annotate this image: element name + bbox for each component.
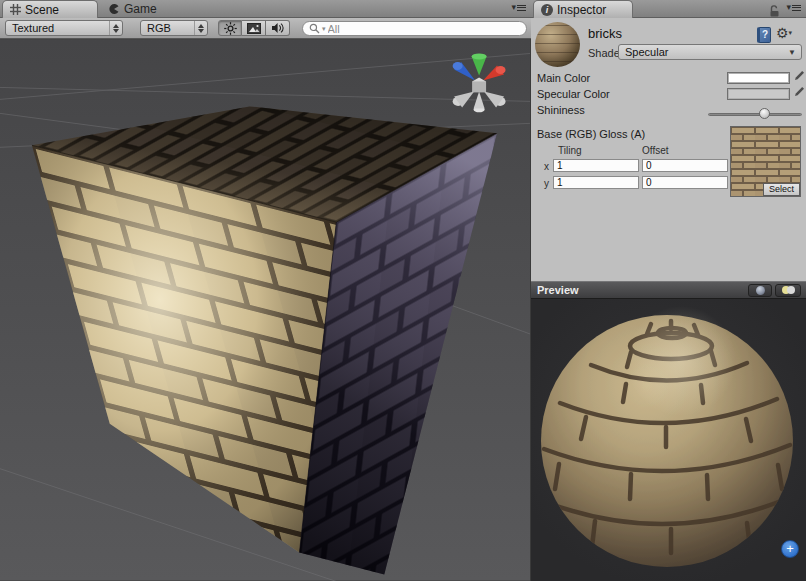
info-icon: i bbox=[541, 4, 553, 16]
preview-model-button[interactable] bbox=[748, 284, 772, 297]
tiling-row-x-label: x bbox=[544, 161, 549, 172]
offset-label: Offset bbox=[642, 145, 669, 156]
scene-panel-menu-icon[interactable]: ▾ bbox=[511, 3, 526, 12]
lighting-toggle-button[interactable] bbox=[218, 20, 242, 36]
shader-dropdown[interactable]: Specular ▼ bbox=[618, 44, 802, 60]
scene-grid-icon bbox=[10, 4, 21, 15]
material-preview-ball bbox=[535, 22, 580, 67]
material-preview-area[interactable]: + bbox=[531, 299, 806, 581]
preview-lighting-button[interactable] bbox=[775, 284, 801, 297]
inspector-panel-menu-icon[interactable]: ▾ bbox=[786, 3, 801, 12]
select-texture-button[interactable]: Select bbox=[763, 183, 800, 196]
main-color-label: Main Color bbox=[537, 72, 590, 84]
shader-value: Specular bbox=[619, 46, 788, 58]
light-dot-icon bbox=[787, 286, 795, 294]
tiling-x-input[interactable] bbox=[553, 159, 639, 172]
search-input[interactable] bbox=[328, 23, 520, 35]
tiling-row-y-label: y bbox=[544, 178, 549, 189]
eyedropper-icon[interactable] bbox=[793, 70, 804, 84]
inspector-tabbar: i Inspector ▾ bbox=[531, 0, 806, 18]
unity-editor-window: Scene Game ▾ Textured RGB bbox=[0, 0, 806, 581]
shininess-label: Shininess bbox=[537, 104, 585, 116]
eyedropper-icon[interactable] bbox=[793, 86, 804, 100]
color-mode-value: RGB bbox=[141, 22, 194, 34]
offset-x-input[interactable] bbox=[642, 159, 728, 172]
material-name: bricks bbox=[588, 26, 622, 41]
tiling-label: Tiling bbox=[558, 145, 582, 156]
texture-thumbnail[interactable]: Select bbox=[730, 126, 801, 197]
render-mode-dropdown[interactable]: Textured bbox=[5, 20, 123, 36]
scene-viewport[interactable] bbox=[0, 39, 531, 581]
texture-slot-label: Base (RGB) Gloss (A) bbox=[537, 128, 645, 140]
scene-tabbar: Scene Game ▾ bbox=[0, 0, 531, 18]
specular-color-label: Specular Color bbox=[537, 88, 610, 100]
search-filter-arrow-icon: ▾ bbox=[322, 25, 326, 33]
offset-y-input[interactable] bbox=[642, 176, 728, 189]
shininess-slider-track[interactable] bbox=[708, 113, 802, 116]
inspector-panel: i Inspector ▾ bricks Shader Specular ▼ bbox=[531, 0, 806, 581]
sun-icon bbox=[224, 22, 237, 35]
preview-sphere bbox=[531, 299, 806, 581]
preview-header[interactable]: Preview bbox=[531, 281, 806, 299]
preview-title: Preview bbox=[531, 284, 748, 296]
tab-inspector[interactable]: i Inspector bbox=[533, 0, 633, 18]
color-mode-dropdown[interactable]: RGB bbox=[140, 20, 208, 36]
sphere-icon bbox=[756, 286, 765, 295]
game-icon bbox=[108, 3, 120, 15]
scene-search-field[interactable]: ▾ bbox=[302, 21, 527, 36]
tab-inspector-label: Inspector bbox=[557, 3, 606, 17]
image-icon bbox=[247, 23, 261, 34]
tab-scene[interactable]: Scene bbox=[2, 0, 98, 18]
specular-color-swatch[interactable] bbox=[727, 88, 790, 100]
tab-game[interactable]: Game bbox=[108, 0, 157, 18]
speaker-icon bbox=[271, 22, 284, 34]
tab-game-label: Game bbox=[124, 2, 157, 16]
dropdown-arrows-icon bbox=[109, 21, 122, 35]
add-button[interactable]: + bbox=[781, 540, 799, 558]
main-color-swatch[interactable] bbox=[727, 72, 790, 84]
inspector-body: bricks Shader Specular ▼ ? ⚙▾ Main Color… bbox=[531, 18, 806, 581]
tiling-y-input[interactable] bbox=[553, 176, 639, 189]
tab-scene-label: Scene bbox=[25, 3, 59, 17]
scene-panel: Scene Game ▾ Textured RGB bbox=[0, 0, 531, 581]
chevron-down-icon: ▼ bbox=[788, 48, 801, 57]
skybox-toggle-button[interactable] bbox=[242, 20, 266, 36]
shininess-slider-thumb[interactable] bbox=[759, 108, 770, 119]
gear-icon[interactable]: ⚙▾ bbox=[776, 26, 792, 40]
audio-toggle-button[interactable] bbox=[266, 20, 290, 36]
scene-toolbar: Textured RGB bbox=[0, 18, 531, 39]
render-mode-value: Textured bbox=[6, 22, 109, 34]
dropdown-arrows-icon bbox=[194, 21, 207, 35]
search-icon bbox=[309, 23, 320, 34]
help-icon[interactable]: ? bbox=[757, 27, 771, 43]
